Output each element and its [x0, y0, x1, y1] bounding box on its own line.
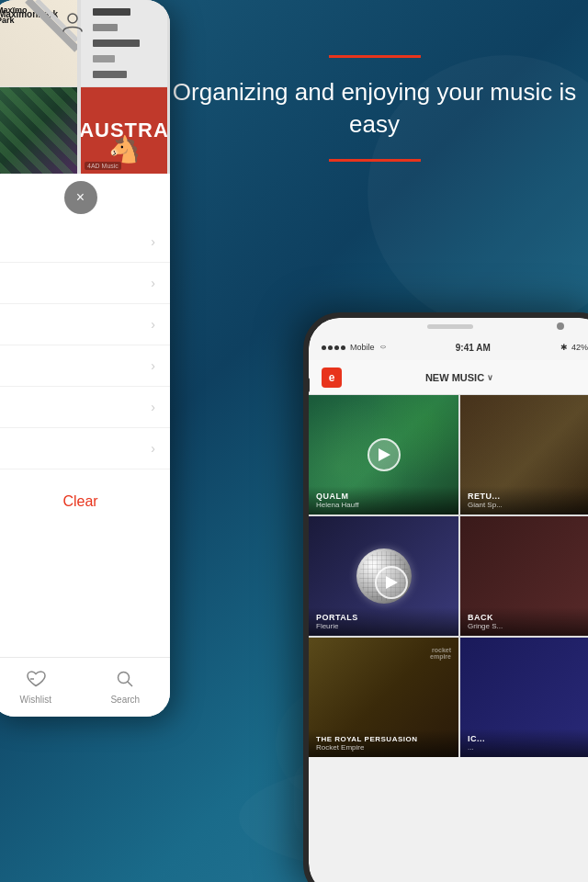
music-tile-ic[interactable]: IC... ...	[460, 638, 588, 757]
tile-info-portals: PORTALS Fleurie	[309, 607, 458, 636]
tile-title-back: BACK	[468, 613, 588, 622]
menu-item-1[interactable]: ›	[0, 221, 170, 263]
music-tile-back[interactable]: BACK Gringe S...	[460, 516, 588, 636]
chevron-right-icon-4: ›	[151, 358, 155, 373]
accent-line-bottom	[329, 159, 421, 162]
search-label: Search	[110, 695, 140, 705]
tile-artist-qualm: Helena Hauff	[316, 501, 451, 509]
signal-dot-3	[334, 345, 339, 350]
front-camera	[557, 322, 564, 330]
section-label[interactable]: NEW MUSIC ∨	[425, 372, 493, 383]
menu-item-4[interactable]: ›	[0, 345, 170, 387]
menu-list: › › › › › ›	[0, 221, 170, 469]
play-button-qualm[interactable]	[368, 438, 401, 471]
status-bar: Mobile ⌔ 9:41 AM ✱ 42% ▮	[309, 334, 588, 360]
close-icon: ×	[76, 190, 85, 205]
menu-item-3[interactable]: ›	[0, 304, 170, 345]
play-triangle-icon	[379, 448, 390, 461]
chevron-right-icon-6: ›	[151, 441, 155, 456]
signal-dot-4	[341, 345, 345, 350]
dark-phone-screen: Mobile ⌔ 9:41 AM ✱ 42% ▮ e NEW MUSIC ∨	[309, 318, 588, 882]
tile-title-portals: PORTALS	[316, 613, 451, 622]
mute-button	[306, 378, 310, 392]
user-icon-area	[60, 9, 85, 39]
album-tile-austra: AUSTRA 🐴 4AD Music	[81, 87, 167, 174]
search-icon	[116, 670, 134, 693]
tile-artist-back: Gringe S...	[468, 622, 588, 630]
wishlist-icon	[26, 670, 46, 693]
headline-text: Organizing and enjoying your music is ea…	[170, 76, 579, 141]
music-tile-return[interactable]: RETU... Giant Sp...	[460, 395, 588, 514]
music-tile-royal[interactable]: rocketempire THE ROYAL PERSUASION Rocket…	[309, 638, 458, 757]
nav-search[interactable]: Search	[81, 658, 171, 717]
menu-item-2[interactable]: ›	[0, 263, 170, 304]
battery-percent: 42%	[571, 343, 588, 352]
tile-title-qualm: QUALM	[316, 492, 451, 501]
menu-item-6[interactable]: ›	[0, 428, 170, 469]
tile-artist-portals: Fleurie	[316, 622, 451, 630]
dark-phone: Mobile ⌔ 9:41 AM ✱ 42% ▮ e NEW MUSIC ∨	[303, 312, 588, 882]
status-right: ✱ 42% ▮	[560, 342, 588, 354]
signal-dot-2	[328, 345, 333, 350]
chevron-right-icon-2: ›	[151, 276, 155, 290]
wifi-icon: ⌔	[380, 343, 386, 353]
bluetooth-icon: ✱	[560, 343, 568, 352]
speaker-grille	[427, 324, 473, 329]
tile-title-return: RETU...	[468, 492, 588, 501]
section-title: NEW MUSIC	[425, 372, 484, 383]
album-tile-stripes	[81, 0, 167, 86]
tile-info-back: BACK Gringe S...	[460, 607, 588, 636]
svg-line-12	[128, 682, 132, 686]
chevron-right-icon-5: ›	[151, 400, 155, 414]
white-phone: MaxïmoPark AUSTRA 🐴 4AD Music	[0, 0, 170, 717]
carrier-info: Mobile ⌔	[322, 343, 386, 353]
carrier-name: Mobile	[350, 343, 375, 352]
status-time: 9:41 AM	[456, 343, 491, 353]
tile-artist-ic: ...	[468, 743, 588, 752]
play-button-portals[interactable]	[375, 566, 408, 599]
music-tile-qualm[interactable]: QUALM Helena Hauff	[309, 395, 458, 514]
album-tile-flowers	[0, 87, 77, 174]
tile-info-ic: IC... ...	[460, 729, 588, 757]
chevron-right-icon-1: ›	[151, 234, 155, 249]
user-icon	[60, 9, 85, 35]
wishlist-label: Wishlist	[20, 695, 51, 705]
signal-dot-1	[322, 345, 326, 350]
play-triangle-icon-portals	[386, 576, 398, 589]
tile-artist-return: Giant Sp...	[468, 501, 588, 509]
app-logo: e	[322, 368, 342, 388]
accent-line-top	[329, 55, 421, 58]
top-section: Organizing and enjoying your music is ea…	[170, 55, 579, 162]
svg-point-11	[119, 673, 130, 684]
clear-button[interactable]: Clear	[0, 479, 170, 525]
tile-title-royal: THE ROYAL PERSUASION	[316, 735, 451, 743]
menu-item-5[interactable]: ›	[0, 387, 170, 428]
tile-info-royal: THE ROYAL PERSUASION Rocket Empire	[309, 729, 458, 757]
app-header: e NEW MUSIC ∨	[309, 360, 588, 395]
app-logo-letter: e	[329, 371, 335, 384]
tile-info-qualm: QUALM Helena Hauff	[309, 486, 458, 514]
music-grid: QUALM Helena Hauff RETU... Giant Sp...	[309, 395, 588, 757]
tile-artist-royal: Rocket Empire	[316, 743, 451, 752]
nav-wishlist[interactable]: Wishlist	[0, 658, 81, 717]
chevron-right-icon-3: ›	[151, 317, 155, 332]
close-button[interactable]: ×	[64, 181, 97, 214]
svg-point-7	[68, 14, 77, 23]
chevron-down-icon: ∨	[487, 373, 493, 382]
tile-info-return: RETU... Giant Sp...	[460, 486, 588, 514]
bottom-nav: Wishlist Search	[0, 657, 170, 717]
music-tile-portals[interactable]: PORTALS Fleurie	[309, 516, 458, 636]
tile-title-ic: IC...	[468, 734, 588, 743]
